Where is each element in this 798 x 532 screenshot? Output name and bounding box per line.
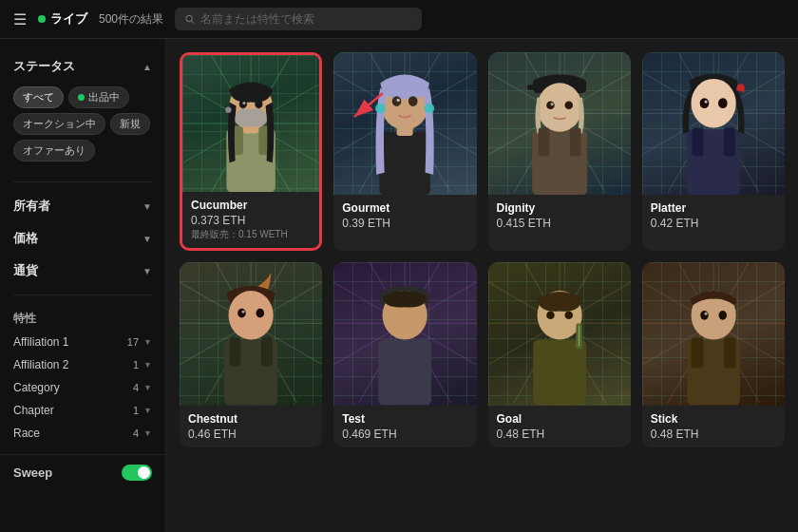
card-name-stick: Stick <box>651 412 776 426</box>
affiliation1-label: Affiliation 1 <box>13 335 68 349</box>
character-stick <box>642 262 785 405</box>
status-new-btn[interactable]: 新規 <box>110 113 150 135</box>
card-chestnut[interactable]: Chestnut0.46 ETH <box>180 262 322 446</box>
character-dignity <box>488 52 631 195</box>
character-cucumber <box>182 55 319 192</box>
price-chevron: ▼ <box>142 234 152 244</box>
sweep-bar: Sweep <box>0 454 165 490</box>
card-name-platter: Platter <box>651 201 776 215</box>
character-chestnut <box>180 262 322 405</box>
card-image-goal <box>488 262 631 405</box>
card-dignity[interactable]: Dignity0.415 ETH <box>488 52 631 251</box>
content-area: Cucumber0.373 ETH最終販売：0.15 WETH Gourmet0… <box>166 39 798 532</box>
status-offer-btn[interactable]: オファーあり <box>13 140 95 162</box>
currency-section-header[interactable]: 通貨 ▼ <box>0 255 165 287</box>
live-label: ライブ <box>50 10 87 28</box>
traits-section: 特性 Affiliation 1 17 ▼ Affiliation 2 1 ▼ … <box>0 303 165 446</box>
sweep-label: Sweep <box>13 466 52 480</box>
svg-point-81 <box>691 79 735 128</box>
svg-rect-86 <box>724 127 735 156</box>
status-chevron: ▲ <box>142 62 152 72</box>
card-name-dignity: Dignity <box>497 201 622 215</box>
affiliation2-right: 1 ▼ <box>133 359 152 370</box>
card-cucumber[interactable]: Cucumber0.373 ETH最終販売：0.15 WETH <box>180 52 322 251</box>
svg-point-23 <box>255 100 262 108</box>
search-bar[interactable] <box>175 8 422 30</box>
owner-section-header[interactable]: 所有者 ▼ <box>0 190 165 222</box>
svg-line-1 <box>192 21 195 24</box>
svg-point-25 <box>225 107 231 113</box>
card-image-chestnut <box>180 262 322 405</box>
currency-chevron: ▼ <box>142 266 152 276</box>
svg-rect-67 <box>569 127 580 156</box>
svg-point-102 <box>256 309 264 318</box>
card-price-platter: 0.42 ETH <box>651 217 776 230</box>
character-platter <box>642 52 785 195</box>
trait-row-affiliation2[interactable]: Affiliation 2 1 ▼ <box>13 353 152 376</box>
race-label: Race <box>13 427 40 440</box>
trait-row-race[interactable]: Race 4 ▼ <box>13 422 152 445</box>
card-price-goal: 0.48 ETH <box>497 428 622 441</box>
affiliation1-right: 17 ▼ <box>127 336 152 348</box>
status-auction-btn[interactable]: オークション中 <box>13 113 105 135</box>
affiliation1-count: 17 <box>127 336 139 348</box>
status-all-btn[interactable]: すべて <box>13 86 64 108</box>
character-goal <box>488 262 631 405</box>
card-image-cucumber <box>182 55 319 192</box>
trait-row-category[interactable]: Category 4 ▼ <box>13 376 152 399</box>
price-section-header[interactable]: 価格 ▼ <box>0 222 165 255</box>
card-stick[interactable]: Stick0.48 ETH <box>642 262 785 446</box>
svg-point-84 <box>704 100 707 103</box>
card-price-dignity: 0.415 ETH <box>497 217 622 230</box>
trait-row-affiliation1[interactable]: Affiliation 1 17 ▼ <box>13 331 152 353</box>
status-section-header[interactable]: ステータス ▲ <box>0 50 165 83</box>
card-goal[interactable]: Goal0.48 ETH <box>488 262 631 446</box>
owner-chevron: ▼ <box>142 201 152 212</box>
card-image-platter <box>642 52 785 195</box>
card-info-dignity: Dignity0.415 ETH <box>488 195 631 237</box>
card-test[interactable]: Test0.469 ETH <box>333 262 476 446</box>
sweep-toggle[interactable] <box>122 465 152 481</box>
card-price-chestnut: 0.46 ETH <box>188 428 314 441</box>
card-name-test: Test <box>342 412 467 426</box>
svg-rect-21 <box>236 109 267 127</box>
category-right: 4 ▼ <box>133 382 152 393</box>
svg-point-42 <box>425 104 435 114</box>
svg-rect-66 <box>538 127 549 156</box>
price-label: 価格 <box>13 230 38 247</box>
live-badge: ライブ <box>38 10 87 28</box>
status-on-sale-btn[interactable]: 出品中 <box>68 86 129 108</box>
svg-point-43 <box>392 96 402 106</box>
svg-point-144 <box>564 312 573 320</box>
card-name-goal: Goal <box>497 412 622 426</box>
card-info-gourmet: Gourmet0.39 ETH <box>333 195 476 237</box>
divider-1 <box>13 181 152 182</box>
category-count: 4 <box>133 382 139 393</box>
affiliation2-label: Affiliation 2 <box>13 358 68 371</box>
card-info-goal: Goal0.48 ETH <box>488 406 631 447</box>
svg-point-161 <box>700 311 709 320</box>
menu-icon[interactable]: ☰ <box>13 10 27 28</box>
owner-label: 所有者 <box>13 198 50 215</box>
svg-point-62 <box>537 83 581 132</box>
green-dot-icon <box>78 94 85 101</box>
nft-grid: Cucumber0.373 ETH最終販売：0.15 WETH Gourmet0… <box>180 52 785 447</box>
currency-label: 通貨 <box>13 262 38 279</box>
svg-rect-61 <box>526 85 542 89</box>
category-label: Category <box>13 381 60 394</box>
trait-row-chapter[interactable]: Chapter 1 ▼ <box>13 399 152 422</box>
card-image-test <box>333 262 476 405</box>
card-last-sale-cucumber: 最終販売：0.15 WETH <box>191 228 311 241</box>
svg-point-103 <box>241 311 244 314</box>
card-info-stick: Stick0.48 ETH <box>642 406 785 447</box>
svg-point-45 <box>397 99 400 102</box>
card-price-gourmet: 0.39 ETH <box>342 217 467 230</box>
card-image-dignity <box>488 52 631 195</box>
card-platter[interactable]: Platter0.42 ETH <box>642 52 785 251</box>
search-input[interactable] <box>200 12 412 26</box>
affiliation2-chevron: ▼ <box>143 360 152 370</box>
card-info-cucumber: Cucumber0.373 ETH最終販売：0.15 WETH <box>182 192 319 248</box>
card-price-stick: 0.48 ETH <box>651 428 776 441</box>
card-gourmet[interactable]: Gourmet0.39 ETH <box>333 52 476 251</box>
card-name-chestnut: Chestnut <box>188 412 314 426</box>
